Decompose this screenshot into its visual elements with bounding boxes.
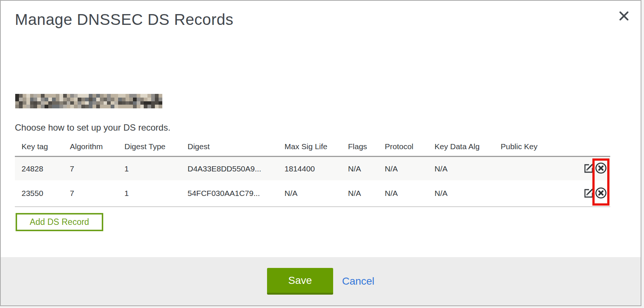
cell-key-data-alg: N/A [435, 157, 448, 180]
delete-circle-x-icon [595, 187, 607, 200]
dialog-title: Manage DNSSEC DS Records [15, 11, 234, 29]
table-bottom-border [15, 206, 610, 207]
table-row: 23550 7 1 54FCF030AA1C79... N/A N/A N/A … [15, 180, 610, 206]
ds-records-table: Key tag Algorithm Digest Type Digest Max… [15, 137, 610, 207]
manage-dnssec-dialog: Manage DNSSEC DS Records Choose how to s… [0, 0, 641, 306]
cell-max-sig-life: N/A [284, 180, 297, 206]
col-header-protocol: Protocol [385, 137, 413, 156]
cell-digest: 54FCF030AA1C79... [188, 180, 260, 206]
table-header-row: Key tag Algorithm Digest Type Digest Max… [15, 137, 610, 156]
col-header-max-sig-life: Max Sig Life [284, 137, 328, 156]
edit-pencil-icon [583, 163, 594, 175]
cancel-button[interactable]: Cancel [342, 275, 374, 287]
dialog-footer: Save Cancel [1, 257, 641, 305]
edit-record-button[interactable] [583, 187, 594, 200]
instruction-text: Choose how to set up your DS records. [15, 122, 170, 133]
close-button[interactable] [617, 10, 631, 23]
edit-record-button[interactable] [583, 163, 594, 175]
col-header-key-data-alg: Key Data Alg [435, 137, 479, 156]
edit-pencil-icon [583, 187, 594, 200]
save-button[interactable]: Save [267, 268, 333, 295]
delete-record-button[interactable] [595, 162, 607, 176]
cell-algorithm: 7 [70, 157, 74, 180]
add-ds-record-button[interactable]: Add DS Record [16, 213, 103, 231]
cell-max-sig-life: 1814400 [284, 157, 315, 180]
cell-digest-type: 1 [124, 157, 129, 180]
delete-circle-x-icon [595, 162, 607, 176]
cell-key-tag: 23550 [22, 180, 43, 206]
cell-digest: D4A33E8DD550A9... [188, 157, 261, 180]
cell-digest-type: 1 [124, 180, 129, 206]
cell-flags: N/A [348, 157, 361, 180]
cell-algorithm: 7 [70, 180, 74, 206]
close-x-icon [619, 11, 629, 22]
table-row: 24828 7 1 D4A33E8DD550A9... 1814400 N/A … [15, 157, 610, 180]
col-header-key-tag: Key tag [22, 137, 48, 156]
col-header-algorithm: Algorithm [70, 137, 103, 156]
col-header-digest-type: Digest Type [124, 137, 166, 156]
col-header-flags: Flags [348, 137, 367, 156]
cell-protocol: N/A [385, 157, 398, 180]
cell-protocol: N/A [385, 180, 398, 206]
cell-flags: N/A [348, 180, 361, 206]
cell-key-tag: 24828 [22, 157, 43, 180]
col-header-public-key: Public Key [501, 137, 537, 156]
cell-key-data-alg: N/A [435, 180, 448, 206]
delete-record-button[interactable] [595, 187, 607, 200]
col-header-digest: Digest [188, 137, 210, 156]
redacted-domain-name [15, 94, 162, 108]
